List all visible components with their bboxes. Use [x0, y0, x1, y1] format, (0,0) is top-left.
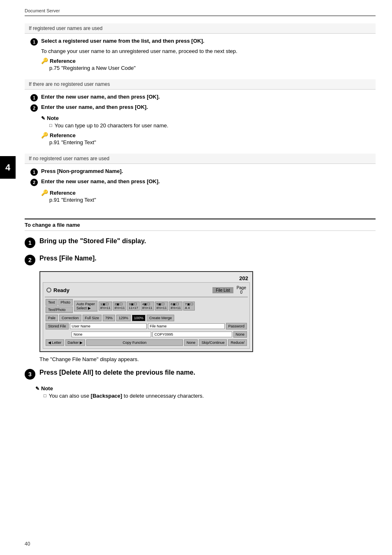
note-block-procedure: ✎ Note □ You can also use [Backspace] to… — [35, 385, 376, 399]
file-list-btn[interactable]: File List — [212, 287, 233, 293]
reference-text-1: p.75 "Registering a New User Code" — [49, 65, 370, 71]
screen-pct-100[interactable]: 100% — [132, 315, 145, 321]
screen-pale-btn[interactable]: Pale — [46, 315, 58, 321]
step-num-3-1: 1 — [30, 168, 38, 176]
step-text-2-1: Enter the new user name, and then press … — [41, 94, 160, 100]
section-content-3: 1 Press [Non-programmed Name]. 2 Enter t… — [25, 164, 376, 211]
screen-username-field[interactable]: User Name — [70, 323, 147, 329]
screen-page-area: Page 0 — [237, 286, 246, 295]
page-label: Page — [237, 286, 246, 290]
note-text-procedure-0: You can also use [Backspace] to delete u… — [49, 393, 204, 399]
screen-darker-btn[interactable]: Darker ▶ — [65, 339, 85, 346]
step-text-1-1: Select a registered user name from the l… — [41, 38, 204, 44]
note-block-2: ✎ Note □ You can type up to 20 character… — [41, 115, 370, 129]
step-num-2-1: 1 — [30, 94, 38, 101]
screen-text-photo-btns: Text Photo Text/Photo — [46, 299, 73, 313]
screen-size-2[interactable]: 2▣☐8½×11 — [113, 302, 127, 311]
after-screen-text: The "Change File Name" display appears. — [39, 356, 376, 362]
screen-none-value: None — [233, 331, 247, 338]
screen-size-3[interactable]: 3▣☐11×17 — [127, 302, 139, 311]
screen-textphoto-btn[interactable]: Text/Photo — [46, 306, 73, 313]
reference-text-2: p.91 "Entering Text" — [49, 139, 370, 145]
screen-size-7[interactable]: 7▣☐A 4 — [183, 302, 194, 311]
screen-page-num: 202 — [239, 275, 248, 281]
screen-size-5[interactable]: 5▣☐8½×11 — [155, 302, 168, 311]
reference-title-1: 🔑 Reference — [41, 58, 370, 64]
main-step-1: 1 Bring up the "Stored File" display. — [25, 237, 376, 248]
section-registered-names-used: If registered user names are used 1 Sele… — [25, 23, 376, 79]
screen-size-6[interactable]: 6▣☐8½×11 — [169, 302, 182, 311]
page-wrapper: 4 Document Server If registered user nam… — [0, 0, 392, 555]
step-num-1-1: 1 — [30, 38, 38, 46]
reference-icon-2: 🔑 — [41, 132, 48, 138]
screen-display: 202 Ready File List Page 0 — [39, 271, 253, 352]
section-content-2: 1 Enter the new user name, and then pres… — [25, 90, 376, 154]
screen-create-merge-btn[interactable]: Create Merge — [147, 315, 174, 321]
step-num-2-2: 2 — [30, 104, 38, 112]
step-text-2-2: Enter the user name, and then press [OK]… — [41, 104, 148, 110]
step-num-3-2: 2 — [30, 179, 38, 186]
step-1-1: 1 Select a registered user name from the… — [30, 38, 370, 46]
reference-block-1: 🔑 Reference p.75 "Registering a New User… — [41, 58, 370, 71]
main-step-2: 2 Press [File Name]. — [25, 254, 376, 265]
reference-block-2: 🔑 Reference p.91 "Entering Text" — [41, 132, 370, 145]
screen-copy-value: COPY0995 — [152, 332, 232, 337]
screen-pct-129[interactable]: 129% — [116, 315, 131, 321]
reference-text-3: p.91 "Entering Text" — [49, 197, 370, 203]
reference-title-3: 🔑 Reference — [41, 189, 370, 196]
chapter-number: 4 — [5, 162, 10, 173]
screen-sizes: 1▣☐8½×11 2▣☐8½×11 3▣☐11×17 4▣☐8½×11 5▣☐8… — [99, 302, 194, 311]
main-step-text-2: Press [File Name]. — [39, 254, 97, 262]
section-no-registered-used: If no registered user names are used 1 P… — [25, 154, 376, 211]
screen-size-4[interactable]: 4▣☐8½×11 — [141, 302, 154, 311]
reference-block-3: 🔑 Reference p.91 "Entering Text" — [41, 189, 370, 203]
checkbox-sym-2-0: □ — [49, 123, 52, 128]
note-title-procedure: ✎ Note — [35, 385, 376, 391]
main-content: Document Server If registered user names… — [25, 0, 376, 399]
section-content-1: 1 Select a registered user name from the… — [25, 34, 376, 79]
screen-autopaper-btn[interactable]: Auto PaperSelect ▶ — [74, 301, 97, 311]
section-header-2: If there are no registered user names — [25, 79, 376, 90]
step-subtext-1-1: To change your user name to an unregiste… — [41, 48, 370, 54]
page-value: 0 — [237, 290, 246, 295]
screen-row-4: ◀ Letter Darker ▶ Copy Function None Ski… — [45, 339, 248, 347]
step-text-3-1: Press [Non-programmed Name]. — [41, 168, 123, 174]
screen-fullsize-btn[interactable]: Full Size — [83, 315, 102, 321]
screen-name-value: None — [71, 332, 151, 337]
procedure-section: To change a file name 1 Bring up the "St… — [25, 219, 376, 399]
screen-pct-79[interactable]: 79% — [103, 315, 115, 321]
step-2-1: 1 Enter the new user name, and then pres… — [30, 94, 370, 101]
reference-title-2: 🔑 Reference — [41, 132, 370, 138]
breadcrumb: Document Server — [25, 8, 376, 16]
screen-size-1[interactable]: 1▣☐8½×11 — [99, 302, 112, 311]
screen-password-btn[interactable]: Password — [226, 323, 247, 329]
step-3-1: 1 Press [Non-programmed Name]. — [30, 168, 370, 176]
screen-letter-btn[interactable]: ◀ Letter — [46, 339, 64, 346]
screen-correction-btn[interactable]: Correction — [59, 315, 81, 321]
screen-ready-row: Ready File List Page 0 — [45, 284, 248, 296]
main-step-num-3: 3 — [25, 369, 35, 380]
note-title-2: ✎ Note — [41, 115, 370, 121]
step-text-3-2: Enter the new user name, and then press … — [41, 178, 160, 184]
screen-ready-indicator: Ready — [46, 287, 69, 293]
main-step-text-1: Bring up the "Stored File" display. — [39, 237, 146, 245]
ready-circle — [46, 288, 51, 292]
screen-ready-text: Ready — [53, 287, 69, 293]
screen-reduce-btn[interactable]: Reduce/ — [228, 339, 247, 346]
screen-inner: Ready File List Page 0 — [43, 282, 250, 349]
main-step-text-3: Press [Delete All] to delete the previou… — [39, 368, 195, 376]
note-icon-procedure: ✎ — [35, 386, 39, 391]
checkbox-sym-procedure-0: □ — [44, 393, 46, 398]
note-item-2-0: □ You can type up to 20 characters for u… — [49, 122, 370, 129]
screen-copy-function-btn[interactable]: Copy Function — [86, 339, 183, 346]
screen-skipcontinue-btn[interactable]: Skip/Continue — [199, 339, 227, 346]
screen-text-btn[interactable]: Text — [46, 299, 58, 306]
screen-storedfile-btn[interactable]: Stored File — [46, 323, 69, 329]
screen-photo-btn[interactable]: Photo — [58, 299, 73, 306]
section-header-1: If registered user names are used — [25, 23, 376, 34]
screen-row-3b: None COPY0995 None — [45, 330, 248, 339]
screen-filename-field[interactable]: File Name — [148, 323, 225, 329]
page-number: 40 — [25, 541, 30, 547]
step-2-2: 2 Enter the user name, and then press [O… — [30, 104, 370, 112]
screen-none2-btn[interactable]: None — [184, 339, 198, 346]
